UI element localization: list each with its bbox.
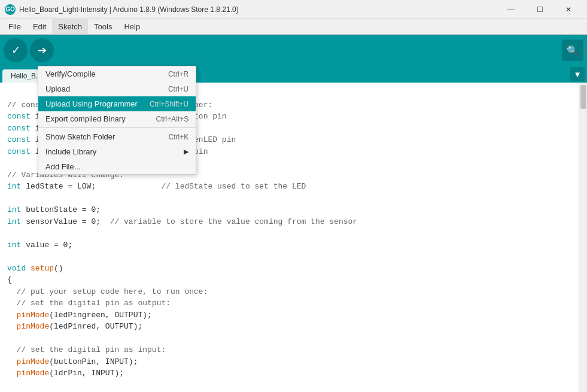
- window-controls: — ☐ ✕: [497, 0, 582, 19]
- sketch-dropdown-menu: Verify/Compile Ctrl+R Upload Ctrl+U Uplo…: [38, 66, 196, 175]
- search-icon: 🔍: [567, 45, 579, 56]
- search-button[interactable]: 🔍: [562, 39, 583, 61]
- minimize-button[interactable]: —: [497, 0, 525, 19]
- menu-item-upload[interactable]: Upload Ctrl+U: [38, 81, 196, 96]
- menu-item-add-file[interactable]: Add File...: [38, 159, 196, 174]
- title-bar: GO Hello_Board_Light-Intensity | Arduino…: [0, 0, 587, 19]
- maximize-button[interactable]: ☐: [526, 0, 553, 19]
- sketch-dropdown-overlay: Verify/Compile Ctrl+R Upload Ctrl+U Uplo…: [38, 66, 196, 175]
- close-button[interactable]: ✕: [555, 0, 582, 19]
- menu-item-show-folder[interactable]: Show Sketch Folder Ctrl+K: [38, 129, 196, 144]
- menu-file[interactable]: File: [2, 19, 27, 34]
- verify-icon: ✓: [11, 44, 20, 57]
- menu-bar: File Edit Sketch Tools Help: [0, 19, 587, 35]
- menu-item-upload-programmer[interactable]: Upload Using Programmer Ctrl+Shift+U: [38, 96, 196, 111]
- app-logo: GO: [5, 4, 16, 15]
- upload-button[interactable]: ➔: [30, 38, 54, 62]
- upload-icon: ➔: [38, 44, 47, 57]
- menu-tools[interactable]: Tools: [88, 19, 118, 34]
- menu-help[interactable]: Help: [118, 19, 146, 34]
- toolbar: ✓ ➔ 🔍: [0, 35, 587, 66]
- chevron-down-icon: ▼: [573, 70, 581, 79]
- menu-item-verify[interactable]: Verify/Compile Ctrl+R: [38, 66, 196, 81]
- scrollbar-thumb[interactable]: [580, 85, 586, 109]
- menu-item-include-library[interactable]: Include Library ▶: [38, 144, 196, 159]
- window-title: Hello_Board_Light-Intensity | Arduino 1.…: [19, 5, 497, 14]
- menu-sketch[interactable]: Sketch: [52, 19, 88, 34]
- submenu-arrow-icon: ▶: [184, 148, 188, 156]
- menu-item-export-binary[interactable]: Export compiled Binary Ctrl+Alt+S: [38, 111, 196, 126]
- tab-dropdown-button[interactable]: ▼: [570, 67, 585, 81]
- menu-edit[interactable]: Edit: [27, 19, 52, 34]
- verify-button[interactable]: ✓: [4, 38, 28, 62]
- vertical-scrollbar[interactable]: [579, 83, 587, 392]
- menu-separator-1: [38, 127, 196, 128]
